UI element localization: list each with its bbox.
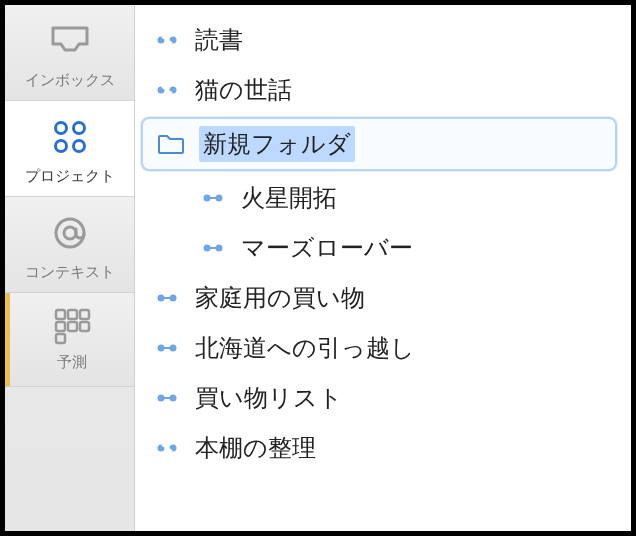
sidebar-tab-label: プロジェクト	[25, 167, 115, 186]
svg-rect-8	[80, 310, 89, 319]
project-row-folder-editing[interactable]: 新規フォルダ	[141, 117, 617, 171]
svg-point-32	[170, 395, 177, 402]
single-action-list-icon	[153, 33, 181, 47]
project-label: 家庭用の買い物	[195, 282, 365, 314]
sidebar-tab-forecast[interactable]: 予測	[5, 293, 134, 387]
project-label: 読書	[195, 24, 243, 56]
svg-point-3	[73, 141, 84, 152]
parallel-project-icon	[153, 391, 181, 405]
inbox-icon	[49, 19, 91, 63]
svg-point-31	[158, 395, 165, 402]
context-icon	[50, 211, 90, 255]
svg-rect-7	[68, 310, 77, 319]
svg-point-20	[216, 195, 223, 202]
project-row[interactable]: 猫の世話	[135, 65, 623, 115]
svg-rect-10	[68, 322, 77, 331]
svg-point-1	[73, 123, 84, 134]
sidebar-tab-inbox[interactable]: インボックス	[5, 5, 134, 101]
project-row[interactable]: 本棚の整理	[135, 423, 623, 473]
project-row[interactable]: 北海道への引っ越し	[135, 323, 623, 373]
single-action-list-icon	[153, 441, 181, 455]
svg-point-4	[56, 219, 84, 247]
svg-point-5	[64, 227, 76, 239]
svg-point-23	[216, 245, 223, 252]
project-label: 猫の世話	[195, 74, 292, 106]
project-row[interactable]: 火星開拓	[135, 173, 623, 223]
svg-point-25	[158, 295, 165, 302]
parallel-project-icon	[153, 291, 181, 305]
project-row[interactable]: 買い物リスト	[135, 373, 623, 423]
parallel-project-icon	[199, 191, 227, 205]
folder-icon	[157, 133, 185, 155]
svg-point-28	[158, 345, 165, 352]
single-action-list-icon	[153, 83, 181, 97]
project-label: 買い物リスト	[195, 382, 343, 414]
svg-rect-12	[56, 334, 65, 343]
sidebar-tab-projects[interactable]: プロジェクト	[5, 101, 134, 197]
project-row[interactable]: 読書	[135, 15, 623, 65]
project-row[interactable]: 家庭用の買い物	[135, 273, 623, 323]
project-label: 北海道への引っ越し	[195, 332, 415, 364]
project-list: 読書 猫の世話 新規フォルダ 火星開拓	[135, 5, 631, 531]
svg-point-26	[170, 295, 177, 302]
svg-point-29	[170, 345, 177, 352]
project-label: マーズローバー	[241, 232, 413, 264]
sidebar-tab-label: インボックス	[25, 71, 115, 90]
sidebar-tab-contexts[interactable]: コンテキスト	[5, 197, 134, 293]
project-row[interactable]: マーズローバー	[135, 223, 623, 273]
svg-point-0	[55, 123, 66, 134]
parallel-project-icon	[153, 341, 181, 355]
svg-point-19	[204, 195, 211, 202]
svg-rect-6	[56, 310, 65, 319]
sidebar-tab-label: 予測	[57, 353, 87, 372]
projects-icon	[49, 115, 91, 159]
sidebar: インボックス プロジェクト コンテキスト	[5, 5, 135, 531]
forecast-icon	[53, 307, 91, 345]
project-label-editing[interactable]: 新規フォルダ	[199, 126, 355, 162]
app-window: インボックス プロジェクト コンテキスト	[0, 0, 636, 536]
svg-point-22	[204, 245, 211, 252]
svg-point-2	[55, 141, 66, 152]
svg-rect-9	[56, 322, 65, 331]
svg-rect-11	[80, 322, 89, 331]
parallel-project-icon	[199, 241, 227, 255]
project-label: 本棚の整理	[195, 432, 316, 464]
sidebar-tab-label: コンテキスト	[25, 263, 115, 282]
project-label: 火星開拓	[241, 182, 337, 214]
